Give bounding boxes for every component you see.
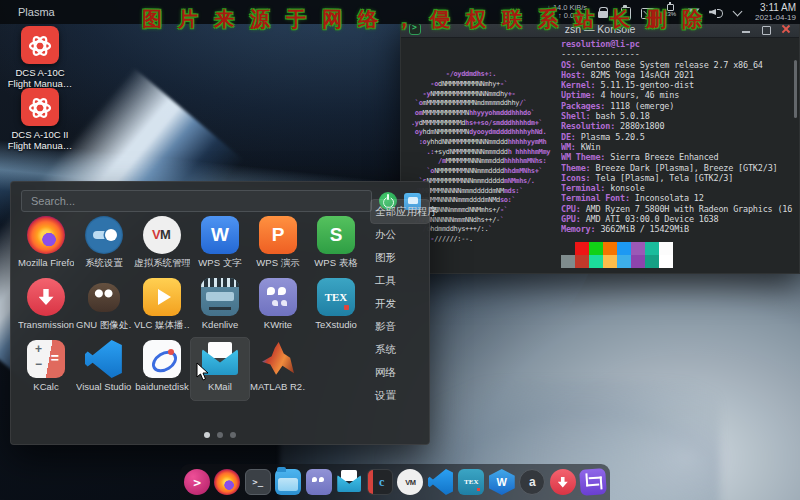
active-window-title: Plasma [18, 6, 55, 18]
app-label: 系统设置 [76, 257, 132, 270]
matlab-icon [259, 340, 297, 378]
app-item-firefox[interactable]: Mozilla Firefox [17, 214, 75, 276]
page-indicator[interactable] [204, 432, 236, 438]
neofetch-info-line: OS:Gentoo Base System release 2.7 x86_64 [561, 60, 795, 70]
app-label: Kdenlive [192, 319, 248, 330]
wps-spreadsheet-icon [317, 216, 355, 254]
page-dot[interactable] [217, 432, 223, 438]
app-item-baidunetdisk[interactable]: baidunetdisk [133, 338, 191, 400]
palette-swatch [631, 242, 645, 255]
app-item-virt-manager[interactable]: 虚拟系统管理器 [133, 214, 191, 276]
app-item-texstudio[interactable]: TeXstudio [307, 276, 365, 338]
kdenlive-icon [201, 278, 239, 316]
app-label: Visual Studio… [76, 381, 132, 392]
category-office[interactable]: 办公 [371, 223, 429, 246]
neofetch-user-host: resolution@li-pc [561, 39, 795, 49]
desktop: DCS A-10CFlight Manua… DCS A-10C IIFligh… [0, 0, 800, 500]
mouse-cursor [196, 362, 209, 381]
gimp-icon [85, 278, 123, 316]
app-label: WPS 演示 [250, 257, 306, 270]
app-item-vlc[interactable]: VLC 媒体播… [133, 276, 191, 338]
app-label: Transmission [18, 319, 74, 330]
app-label: VLC 媒体播… [134, 319, 190, 332]
app-item-wps-writer[interactable]: WPS 文字 [191, 214, 249, 276]
tray-expand-icon[interactable] [731, 6, 744, 19]
app-item-wps-presentation[interactable]: WPS 演示 [249, 214, 307, 276]
close-button[interactable] [780, 24, 791, 35]
neofetch-info-line: Shell:bash 5.0.18 [561, 111, 795, 121]
a-app-dock-icon[interactable] [519, 469, 545, 495]
app-label: KMail [192, 381, 248, 392]
app-item-transmission[interactable]: Transmission [17, 276, 75, 338]
app-item-kwrite[interactable]: KWrite [249, 276, 307, 338]
app-item-system-settings[interactable]: 系统设置 [75, 214, 133, 276]
kmail-dock-icon[interactable] [336, 469, 362, 495]
palette-swatch [589, 242, 603, 255]
neofetch-separator: ---------------- [561, 49, 795, 59]
app-item-vscode[interactable]: Visual Studio… [75, 338, 133, 400]
kcalc-icon [27, 340, 65, 378]
dolphin-dock-icon[interactable] [275, 469, 301, 495]
app-item-matlab[interactable]: MATLAB R2… [249, 338, 307, 400]
neofetch-info-line: Icons:Tela [Plasma], Tela [GTK2/3] [561, 173, 795, 183]
palette-swatch [561, 255, 575, 268]
clock-date: 2021-04-19 [755, 13, 796, 22]
maximize-button[interactable] [760, 24, 771, 35]
transmission-icon [27, 278, 65, 316]
vscode-dock-icon[interactable] [428, 469, 454, 495]
launcher-search-row [21, 190, 421, 212]
texstudio-dock-icon[interactable] [458, 469, 484, 495]
category-system[interactable]: 系统 [371, 338, 429, 361]
kwrite-dock-icon[interactable] [306, 469, 332, 495]
palette-swatch [645, 242, 659, 255]
app-label: KCalc [18, 381, 74, 392]
palette-swatch [659, 242, 673, 255]
desktop-icon-label: DCS A-10CFlight Manua… [4, 67, 76, 89]
neofetch-info-line: Terminal Font:Inconsolata 12 [561, 193, 795, 203]
texstudio-icon [317, 278, 355, 316]
neofetch-info-line: Resolution:2880x1800 [561, 121, 795, 131]
palette-swatch [659, 255, 673, 268]
category-graphics[interactable]: 图形 [371, 246, 429, 269]
system-settings-icon [85, 216, 123, 254]
app-grid: Mozilla Firefox 系统设置 虚拟系统管理器 WPS 文字 WPS … [17, 214, 369, 400]
app-item-kdenlive[interactable]: Kdenlive [191, 276, 249, 338]
firefox-dock-icon[interactable] [214, 469, 240, 495]
category-development[interactable]: 开发 [371, 292, 429, 315]
palette-swatch [603, 242, 617, 255]
calibre-dock-icon[interactable] [367, 469, 393, 495]
category-settings[interactable]: 设置 [371, 384, 429, 407]
category-network[interactable]: 网络 [371, 361, 429, 384]
desktop-icon-dcs-a10c-ii[interactable]: DCS A-10C IIFlight Manua… [4, 88, 76, 151]
virt-manager-dock-icon[interactable] [397, 469, 423, 495]
app-item-wps-spreadsheet[interactable]: WPS 表格 [307, 214, 365, 276]
neofetch-info-line: CPU:AMD Ryzen 7 5800H with Radeon Graphi… [561, 204, 795, 214]
app-item-kcalc[interactable]: KCalc [17, 338, 75, 400]
category-multimedia[interactable]: 影音 [371, 315, 429, 338]
desktop-icon-dcs-a10c[interactable]: DCS A-10CFlight Manua… [4, 26, 76, 89]
category-utilities[interactable]: 工具 [371, 269, 429, 292]
transmission-dock-icon[interactable] [550, 469, 576, 495]
app-label: Mozilla Firefox [18, 257, 74, 268]
konsole-dock-icon[interactable] [245, 469, 271, 495]
konsole-window: zsh — Konsole -/oyddmdhs+:. -odNMMMMMMMM… [400, 20, 800, 274]
wps-office-dock-icon[interactable] [489, 469, 515, 495]
app-label: WPS 文字 [192, 257, 248, 270]
palette-swatch [617, 242, 631, 255]
screenshot-tool-dock-icon[interactable] [579, 468, 607, 496]
page-dot[interactable] [230, 432, 236, 438]
terminal-content[interactable]: -/oyddmdhs+:. -odNMMMMMMMMNNmhy+-` -yNMM… [401, 38, 799, 273]
category-all-applications[interactable]: 全部应用程序 [371, 200, 429, 223]
app-item-gimp[interactable]: GNU 图像处… [75, 276, 133, 338]
scrollbar[interactable] [794, 60, 797, 118]
page-dot-active[interactable] [204, 432, 210, 438]
neofetch-info-line: Theme:Breeze Dark [Plasma], Breeze [GTK2… [561, 163, 795, 173]
kwrite-icon [259, 278, 297, 316]
neofetch-info-line: DE:Plasma 5.20.5 [561, 132, 795, 142]
minimize-button[interactable] [740, 24, 751, 35]
app-label: KWrite [250, 319, 306, 330]
search-input[interactable] [21, 190, 372, 212]
app-label: baidunetdisk [134, 381, 190, 392]
clock-widget[interactable]: 3:11 AM 2021-04-19 [755, 3, 796, 22]
app-launcher-icon[interactable] [184, 469, 210, 495]
